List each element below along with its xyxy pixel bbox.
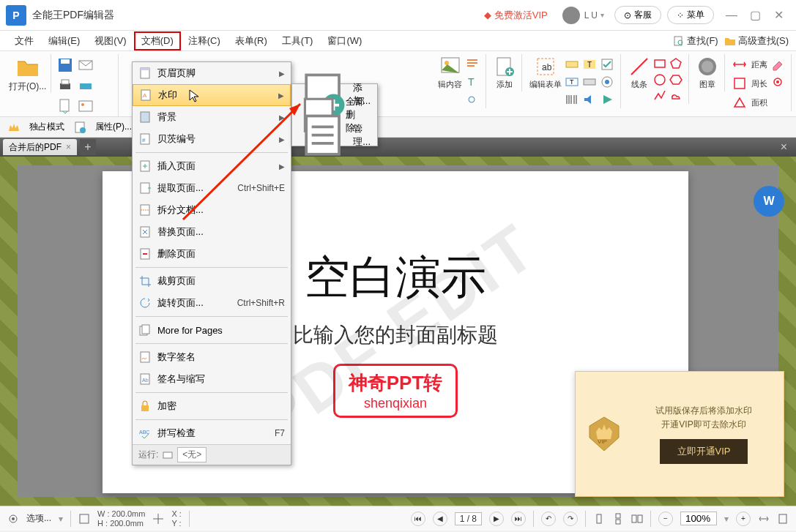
tabstrip-close-icon[interactable]: × <box>775 141 793 154</box>
close-button[interactable]: ✕ <box>767 5 790 26</box>
cloud-icon[interactable] <box>669 89 682 102</box>
menu-split-doc[interactable]: 拆分文档... <box>133 199 291 221</box>
maximize-button[interactable]: ▢ <box>743 5 767 26</box>
popup-vip-button[interactable]: 立即开通VIP <box>660 439 748 464</box>
menu-document[interactable]: 文档(D) <box>134 31 181 50</box>
zoom-in-button[interactable]: + <box>736 512 751 526</box>
print-icon[interactable] <box>57 78 73 94</box>
edit-form-label[interactable]: 编辑表单 <box>529 79 562 90</box>
stamp-label[interactable]: 图章 <box>699 79 715 90</box>
menu-window[interactable]: 窗口(W) <box>320 31 369 50</box>
circle-icon[interactable] <box>653 73 666 86</box>
menu-file[interactable]: 文件 <box>7 31 41 50</box>
menu-watermark[interactable]: A水印▶ <box>133 84 291 106</box>
polygon-icon[interactable] <box>669 57 682 70</box>
area-label[interactable]: 面积 <box>751 97 767 108</box>
add-doc-icon[interactable] <box>494 56 516 78</box>
field-t-icon[interactable]: T <box>582 57 597 72</box>
doc-arrow-icon[interactable] <box>57 98 73 114</box>
hexagon-icon[interactable] <box>669 73 682 86</box>
zoom-out-button[interactable]: − <box>658 512 673 526</box>
text-align-icon[interactable] <box>465 57 480 72</box>
checkbox-icon[interactable] <box>600 57 614 72</box>
prev-page-button[interactable]: ◀ <box>433 512 447 526</box>
image-icon[interactable] <box>78 98 94 114</box>
layout-cont-icon[interactable] <box>612 513 624 525</box>
customer-service-button[interactable]: ⊙ 客服 <box>614 6 661 24</box>
user-name[interactable]: L U <box>584 10 598 20</box>
sound-icon[interactable] <box>582 92 597 107</box>
play-icon[interactable] <box>600 92 614 107</box>
menu-insert-page[interactable]: 插入页面▶ <box>133 155 291 177</box>
submenu-manage[interactable]: 管理... <box>292 125 377 146</box>
main-menu-button[interactable]: ⁘ 菜单 <box>667 6 714 24</box>
minimize-button[interactable]: — <box>720 5 743 26</box>
properties-button[interactable]: 属性(P)... <box>95 121 132 133</box>
next-page-button[interactable]: ▶ <box>489 512 504 526</box>
rect-icon[interactable] <box>653 57 666 70</box>
email-icon[interactable] <box>78 57 94 73</box>
advanced-find-button[interactable]: 高级查找(S) <box>724 34 789 48</box>
user-dropdown-icon[interactable]: ▾ <box>600 11 604 19</box>
nav-back-button[interactable]: ↶ <box>541 512 556 526</box>
floating-word-icon[interactable]: W <box>754 186 784 217</box>
polyline-icon[interactable] <box>653 89 666 102</box>
menu-initials[interactable]: Ab签名与缩写 <box>133 368 291 390</box>
edit-content-label[interactable]: 辑内容 <box>438 79 462 90</box>
eraser-icon[interactable] <box>770 57 785 72</box>
tab-close-icon[interactable]: × <box>66 142 71 152</box>
menu-replace-page[interactable]: 替换页面... <box>133 221 291 243</box>
new-tab-button[interactable]: + <box>80 139 96 155</box>
run-value[interactable]: <无> <box>177 447 207 462</box>
line-tool-icon[interactable] <box>628 56 650 78</box>
activate-vip-link[interactable]: ◆ 免费激活VIP <box>484 9 548 22</box>
gear-icon[interactable] <box>770 75 785 89</box>
add-label[interactable]: 添加 <box>496 79 513 90</box>
layout-two-icon[interactable] <box>631 513 643 525</box>
fit-width-icon[interactable] <box>758 513 770 525</box>
menu-spellcheck[interactable]: ABC拼写检查F7 <box>133 422 291 444</box>
barcode-icon[interactable] <box>565 92 579 107</box>
nav-fwd-button[interactable]: ↷ <box>563 512 578 526</box>
text-tool-icon[interactable]: T <box>465 75 480 89</box>
first-page-button[interactable]: ⏮ <box>411 512 425 526</box>
zoom-field[interactable] <box>680 512 717 525</box>
field-highlight-icon[interactable] <box>565 57 579 72</box>
fit-page-icon[interactable] <box>777 513 789 525</box>
page-indicator[interactable]: 1 / 8 <box>455 512 482 525</box>
menu-form[interactable]: 表单(R) <box>228 31 275 50</box>
line-label[interactable]: 线条 <box>631 79 647 90</box>
link-icon[interactable] <box>465 92 480 107</box>
menu-bates[interactable]: #贝茨编号▶ <box>133 128 291 150</box>
menu-edit[interactable]: 编辑(E) <box>41 31 87 50</box>
document-tab[interactable]: 合并后的PDF × <box>3 139 77 155</box>
radio-icon[interactable] <box>600 75 614 89</box>
open-label[interactable]: 打开(O)... <box>9 80 46 93</box>
exclusive-mode-button[interactable]: 独占模式 <box>29 121 64 133</box>
run-row[interactable]: 运行: <无> <box>133 444 291 465</box>
menu-digital-sign[interactable]: 数字签名 <box>133 346 291 368</box>
area-icon[interactable] <box>732 95 747 110</box>
menu-header-footer[interactable]: 页眉页脚▶ <box>133 62 291 84</box>
menu-rotate-page[interactable]: 旋转页面...Ctrl+Shift+R <box>133 292 291 314</box>
text-field-icon[interactable]: T <box>565 75 579 89</box>
menu-view[interactable]: 视图(V) <box>87 31 133 50</box>
menu-delete-page[interactable]: 删除页面 <box>133 243 291 265</box>
stamp-icon[interactable] <box>696 56 718 78</box>
gear-icon[interactable] <box>7 513 19 525</box>
find-button[interactable]: 查找(F) <box>673 34 718 48</box>
button-icon[interactable] <box>582 75 597 89</box>
menu-comment[interactable]: 注释(C) <box>181 31 228 50</box>
menu-encrypt[interactable]: 加密 <box>133 395 291 417</box>
scan-icon[interactable] <box>78 78 94 94</box>
perimeter-label[interactable]: 周长 <box>751 78 767 89</box>
last-page-button[interactable]: ⏭ <box>511 512 526 526</box>
save-icon[interactable] <box>57 57 73 73</box>
menu-tool[interactable]: 工具(T) <box>275 31 321 50</box>
perimeter-icon[interactable] <box>732 76 747 91</box>
image-edit-icon[interactable] <box>439 56 461 78</box>
form-icon[interactable]: ab <box>535 56 557 78</box>
user-avatar[interactable] <box>562 7 580 24</box>
layout-single-icon[interactable] <box>593 513 605 525</box>
distance-label[interactable]: 距离 <box>751 59 767 70</box>
